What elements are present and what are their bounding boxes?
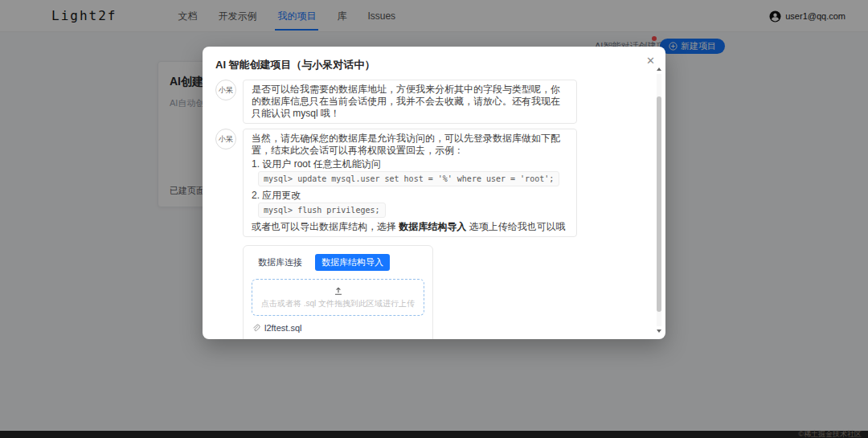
watermark-text: ©稀土掘金技术社区 [798, 431, 862, 438]
file-dropzone[interactable]: 点击或者将 .sql 文件拖拽到此区域进行上传 [252, 279, 424, 316]
chat-message: 是否可以给我需要的数据库地址，方便我来分析其中的字段与类型呢，你的数据库信息只在… [243, 80, 577, 124]
step-number: 1. [252, 158, 260, 170]
chat-message-row: 小呆 是否可以给我需要的数据库地址，方便我来分析其中的字段与类型呢，你的数据库信… [203, 80, 665, 124]
code-snippet: mysql> update mysql.user set host = '%' … [258, 171, 559, 186]
import-tabs: 数据库连接 数据库结构导入 [252, 254, 424, 271]
dropzone-hint: 点击或者将 .sql 文件拖拽到此区域进行上传 [261, 298, 415, 309]
chat-message-row: 小呆 当然，请先确保您的数据库是允许我访问的，可以先登录数据库做如下配置，结束此… [203, 129, 665, 237]
message-intro: 当然，请先确保您的数据库是允许我访问的，可以先登录数据库做如下配置，结束此次会话… [252, 133, 568, 157]
chat-message: 当然，请先确保您的数据库是允许我访问的，可以先登录数据库做如下配置，结束此次会话… [243, 129, 577, 237]
screen: Light2f 文档 开发示例 我的项目 库 Issues user1@qq.c… [0, 0, 868, 438]
modal-title: AI 智能创建项目（与小呆对话中） [215, 59, 375, 71]
scrollbar-thumb[interactable] [657, 96, 661, 312]
scrollbar-track[interactable] [657, 74, 661, 326]
step-text: 设用户 root 任意主机能访问 [262, 158, 380, 170]
modal-header: AI 智能创建项目（与小呆对话中） ✕ [203, 47, 665, 80]
close-icon[interactable]: ✕ [646, 55, 655, 66]
message-outro: 或者也可以导出数据库结构，选择 数据库结构导入 选项上传给我也可以哦 [252, 221, 568, 233]
bot-avatar: 小呆 [215, 129, 236, 149]
uploaded-file[interactable]: l2ftest.sql [252, 323, 424, 333]
tab-db-structure-import[interactable]: 数据库结构导入 [315, 254, 390, 271]
step-number: 2. [252, 190, 260, 201]
upload-icon [334, 286, 343, 296]
paperclip-icon [252, 324, 260, 333]
code-snippet: mysql> flush privileges; [258, 203, 386, 218]
step-text: 应用更改 [262, 190, 301, 201]
code-line: mysql> flush privileges; [252, 202, 568, 219]
tab-db-connection[interactable]: 数据库连接 [252, 254, 309, 271]
modal-scrollbar[interactable] [654, 68, 664, 333]
outro-highlight: 数据库结构导入 [399, 221, 466, 232]
bot-avatar: 小呆 [215, 80, 236, 100]
step-label: 2. 应用更改 [252, 190, 568, 202]
outro-text: 选项上传给我也可以哦 [466, 221, 565, 232]
outro-text: 或者也可以导出数据库结构，选择 [252, 221, 399, 232]
code-line: mysql> update mysql.user set host = '%' … [252, 170, 568, 188]
import-panel: 数据库连接 数据库结构导入 点击或者将 .sql 文件拖拽到此区域进行上传 l2… [243, 245, 433, 339]
step-label: 1. 设用户 root 任意主机能访问 [252, 158, 568, 170]
scroll-up-icon[interactable] [654, 68, 664, 71]
ai-create-modal: AI 智能创建项目（与小呆对话中） ✕ 小呆 是否可以给我需要的数据库地址，方便… [203, 47, 665, 339]
watermark-bar: ©稀土掘金技术社区 [0, 431, 868, 438]
scroll-down-icon[interactable] [654, 330, 664, 333]
file-name: l2ftest.sql [264, 323, 301, 333]
